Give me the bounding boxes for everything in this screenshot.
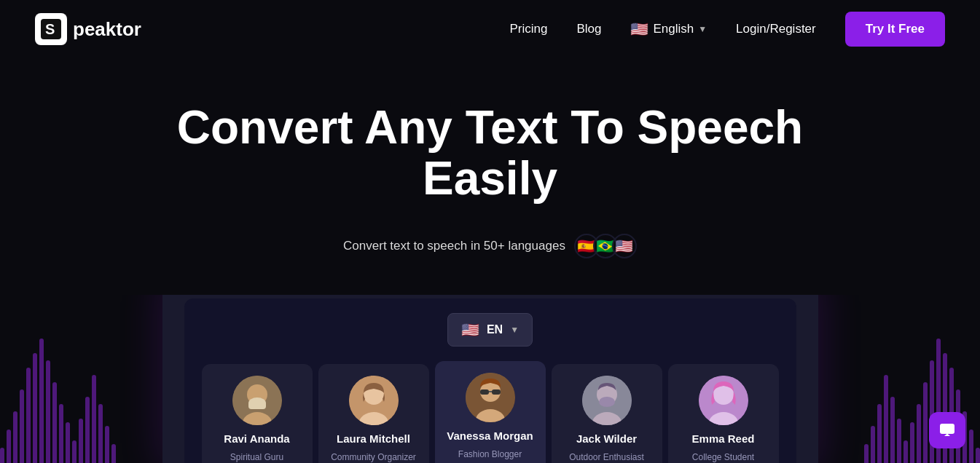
logo[interactable]: S peaktor [35, 13, 141, 45]
svg-point-19 [599, 397, 615, 407]
bar [923, 382, 928, 463]
language-flag: 🇺🇸 [630, 20, 648, 38]
voice-name-ravi: Ravi Ananda [224, 432, 289, 445]
navbar: S peaktor Pricing Blog 🇺🇸 English ▼ Logi… [0, 0, 980, 58]
try-it-free-button[interactable]: Try It Free [845, 12, 945, 47]
voice-avatar-emma [699, 376, 748, 425]
bar [20, 389, 24, 463]
hero-title: Convert Any Text To Speech Easily [162, 102, 818, 205]
voice-avatar-jack [582, 376, 632, 425]
voice-role-ravi: Spiritual Guru [230, 452, 283, 462]
voice-cards: Ravi Ananda Spiritual Guru [199, 361, 782, 463]
nav-links: Pricing Blog 🇺🇸 English ▼ Login/Register… [509, 12, 945, 47]
bar [903, 440, 908, 463]
bar [0, 448, 4, 463]
voice-card-emma[interactable]: Emma Reed College Student [668, 364, 779, 463]
nav-blog[interactable]: Blog [576, 22, 601, 36]
voice-avatar-vanessa [466, 373, 515, 422]
voice-name-jack: Jack Wilder [576, 432, 637, 445]
bar [917, 404, 921, 463]
bar [884, 375, 888, 463]
nav-language-selector[interactable]: 🇺🇸 English ▼ [630, 20, 707, 38]
bar [52, 382, 57, 463]
voice-avatar-ravi [232, 376, 282, 425]
hero-section: Convert Any Text To Speech Easily Conver… [0, 58, 980, 258]
chat-button[interactable] [929, 412, 965, 448]
bar [39, 339, 44, 463]
flag-us: 🇺🇸 [612, 234, 637, 258]
bar [877, 404, 882, 463]
app-preview: 🇺🇸 EN ▼ [162, 295, 818, 463]
voice-name-vanessa: Vanessa Morgan [447, 430, 533, 442]
voice-card-ravi[interactable]: Ravi Ananda Spiritual Guru [202, 364, 313, 463]
bar [7, 430, 11, 463]
svg-text:S: S [45, 21, 55, 37]
voice-role-laura: Community Organizer [331, 452, 416, 462]
bar [33, 353, 37, 463]
bar [66, 422, 70, 463]
logo-letter: S [41, 19, 61, 39]
voice-avatar-laura [349, 376, 399, 425]
voice-card-jack[interactable]: Jack Wilder Outdoor Enthusiast [552, 364, 662, 463]
svg-rect-6 [248, 402, 266, 409]
svg-rect-13 [480, 389, 489, 395]
bar [26, 368, 31, 463]
bar [897, 419, 901, 463]
bar [13, 411, 17, 463]
voice-card-laura[interactable]: Laura Mitchell Community Organizer [318, 364, 429, 463]
bar [969, 430, 973, 463]
hero-subtitle: Convert text to speech in 50+ languages … [0, 234, 980, 258]
flags-stack: 🇪🇸 🇧🇷 🇺🇸 [574, 234, 637, 258]
language-text: English [653, 22, 694, 36]
wave-bars-left [0, 339, 116, 463]
svg-rect-23 [940, 424, 954, 434]
svg-rect-14 [492, 389, 501, 395]
voice-name-laura: Laura Mitchell [337, 432, 410, 445]
bar [79, 419, 83, 463]
bar [976, 448, 980, 463]
app-inner: 🇺🇸 EN ▼ [184, 298, 796, 463]
lang-selector: 🇺🇸 EN ▼ [199, 313, 782, 347]
bar [59, 404, 63, 463]
bar [46, 360, 50, 463]
bar [85, 397, 90, 463]
hero-subtitle-text: Convert text to speech in 50+ languages [343, 239, 565, 253]
lang-chevron-icon: ▼ [510, 325, 519, 335]
bar [98, 404, 103, 463]
bar [890, 397, 895, 463]
bar [910, 422, 914, 463]
logo-icon: S [35, 13, 67, 45]
selected-lang-flag: 🇺🇸 [461, 321, 479, 339]
voice-role-vanessa: Fashion Blogger [458, 449, 522, 459]
bar [111, 444, 116, 463]
brand-name: peaktor [73, 18, 141, 41]
wave-container: 🇺🇸 EN ▼ [0, 295, 980, 463]
bar [864, 444, 869, 463]
bar [105, 426, 109, 463]
voice-card-vanessa[interactable]: Vanessa Morgan Fashion Blogger [435, 361, 546, 463]
bar [72, 440, 77, 463]
voice-name-emma: Emma Reed [692, 432, 755, 445]
nav-pricing[interactable]: Pricing [509, 22, 547, 36]
voice-role-jack: Outdoor Enthusiast [569, 452, 644, 462]
chevron-down-icon: ▼ [698, 24, 707, 34]
lang-selector-button[interactable]: 🇺🇸 EN ▼ [447, 313, 533, 347]
bar [92, 375, 96, 463]
selected-lang-code: EN [487, 323, 503, 336]
bar [871, 426, 875, 463]
nav-login[interactable]: Login/Register [736, 22, 816, 36]
voice-role-emma: College Student [692, 452, 754, 462]
